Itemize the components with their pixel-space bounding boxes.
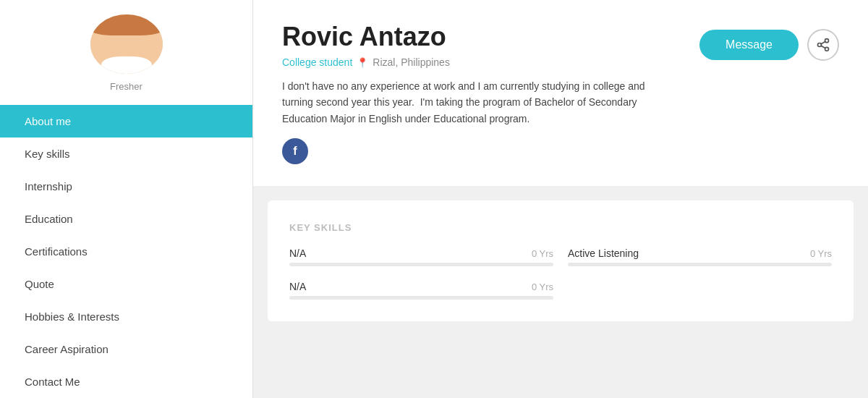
skill-years-3: 0 Yrs <box>532 281 553 292</box>
share-button[interactable] <box>807 29 839 61</box>
skill-name-2: Active Listening <box>568 247 639 259</box>
profile-role: College student <box>282 56 352 68</box>
profile-bio: I don't have no any experience at work a… <box>282 78 678 127</box>
skill-bar-bg-1 <box>289 263 553 266</box>
skills-grid: N/A 0 Yrs Active Listening 0 Yrs N/A <box>289 247 832 300</box>
profile-header: Rovic Antazo College student 📍 Rizal, Ph… <box>253 0 868 186</box>
sidebar: Fresher About me Key skills Internship E… <box>0 0 253 398</box>
skills-section-title: KEY SKILLS <box>289 222 832 233</box>
sidebar-item-quote[interactable]: Quote <box>0 268 252 300</box>
sidebar-item-hobbies[interactable]: Hobbies & Interests <box>0 300 252 333</box>
avatar <box>90 14 163 74</box>
skill-item-1: N/A 0 Yrs <box>289 247 553 266</box>
skill-item-2: Active Listening 0 Yrs <box>568 247 832 266</box>
sidebar-item-education[interactable]: Education <box>0 203 252 235</box>
sidebar-item-key-skills[interactable]: Key skills <box>0 137 252 170</box>
sidebar-item-career-aspiration[interactable]: Career Aspiration <box>0 333 252 365</box>
svg-line-3 <box>821 46 825 48</box>
message-button[interactable]: Message <box>699 30 799 60</box>
sidebar-item-internship[interactable]: Internship <box>0 170 252 203</box>
location-icon: 📍 <box>357 57 368 68</box>
sidebar-nav: About me Key skills Internship Education… <box>0 105 252 398</box>
sidebar-item-about-me[interactable]: About me <box>0 105 252 137</box>
user-level-label: Fresher <box>110 81 142 92</box>
profile-name: Rovic Antazo <box>282 22 678 52</box>
facebook-icon[interactable]: f <box>282 138 308 164</box>
svg-line-4 <box>821 41 825 43</box>
skill-item-3: N/A 0 Yrs <box>289 281 553 300</box>
skill-years-1: 0 Yrs <box>532 248 553 259</box>
skill-name-1: N/A <box>289 247 306 259</box>
profile-meta: College student 📍 Rizal, Philippines <box>282 56 678 68</box>
main-content: Rovic Antazo College student 📍 Rizal, Ph… <box>253 0 868 398</box>
skill-years-2: 0 Yrs <box>810 248 832 259</box>
skill-bar-bg-3 <box>289 296 553 300</box>
profile-location: Rizal, Philippines <box>373 56 450 68</box>
profile-actions: Message <box>699 29 839 61</box>
sidebar-item-contact-me[interactable]: Contact Me <box>0 365 252 398</box>
skills-section: KEY SKILLS N/A 0 Yrs Active Listening 0 … <box>268 200 854 321</box>
skill-name-3: N/A <box>289 281 306 292</box>
skill-bar-bg-2 <box>568 263 832 266</box>
profile-info: Rovic Antazo College student 📍 Rizal, Ph… <box>282 22 678 164</box>
sidebar-item-certifications[interactable]: Certifications <box>0 235 252 268</box>
